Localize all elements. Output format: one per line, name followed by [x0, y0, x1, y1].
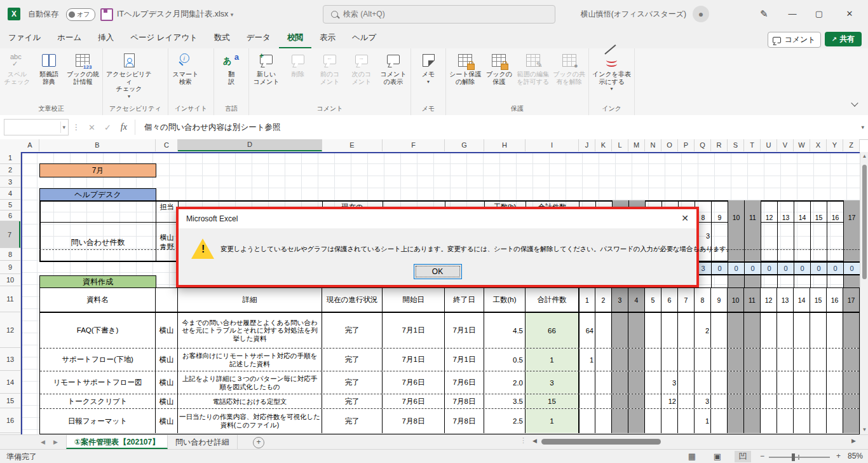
- day-15-cell[interactable]: 15: [810, 200, 827, 223]
- new-sheet-button[interactable]: +: [253, 437, 264, 448]
- day-5-cell[interactable]: [644, 349, 661, 371]
- column-header-A[interactable]: A: [21, 139, 39, 151]
- day-17-cell[interactable]: [843, 223, 860, 249]
- day-14-cell[interactable]: [793, 394, 810, 408]
- minimize-button[interactable]: —: [783, 0, 802, 28]
- day-11-cell[interactable]: 0: [744, 261, 761, 275]
- day-14-cell[interactable]: [793, 349, 810, 371]
- cell-end[interactable]: 7月1日: [444, 313, 484, 348]
- day-10-cell[interactable]: [728, 275, 744, 287]
- sheet-nav-left-icon[interactable]: ◀: [41, 435, 45, 449]
- header-tanto[interactable]: [155, 288, 177, 312]
- scroll-up-icon[interactable]: ▲: [860, 152, 868, 161]
- column-header-O[interactable]: O: [661, 139, 678, 151]
- day-13-cell[interactable]: [776, 394, 793, 408]
- zoom-slider-thumb[interactable]: [792, 453, 795, 461]
- day-12-cell[interactable]: [761, 249, 777, 261]
- cell-inquiry-count[interactable]: 問い合わせ件数: [41, 223, 155, 261]
- dialog-close-icon[interactable]: ✕: [681, 213, 689, 223]
- day-17-cell[interactable]: [843, 313, 859, 348]
- day-14-cell[interactable]: 14: [793, 288, 810, 312]
- avatar[interactable]: ●: [693, 6, 709, 22]
- cell-docs-section[interactable]: 資料作成: [39, 275, 156, 288]
- column-header-D[interactable]: D: [178, 139, 322, 151]
- row-header-2[interactable]: 2: [0, 164, 20, 176]
- column-header-T[interactable]: T: [744, 139, 761, 151]
- day-16-cell[interactable]: [827, 275, 843, 287]
- day-2-cell[interactable]: [595, 371, 611, 394]
- cell-total[interactable]: 15: [525, 394, 578, 408]
- day-5-cell[interactable]: [644, 394, 661, 408]
- share-button[interactable]: ↗ 共有: [825, 32, 862, 46]
- day-5-cell[interactable]: [644, 371, 661, 394]
- day-16-cell[interactable]: 16: [826, 288, 843, 312]
- cell-name[interactable]: 日報フォーマット: [40, 409, 155, 433]
- search-input[interactable]: 検索 (Alt+Q): [323, 5, 555, 24]
- account-area[interactable]: 横山慎悟(オフィスバスターズ) ●: [581, 0, 709, 28]
- day-14-cell[interactable]: [794, 275, 810, 287]
- row-header-1[interactable]: 1: [0, 152, 20, 164]
- day-9-cell[interactable]: [711, 275, 728, 287]
- column-header-H[interactable]: H: [484, 139, 526, 151]
- column-header-P[interactable]: P: [678, 139, 695, 151]
- cell-status[interactable]: 完了: [322, 409, 382, 433]
- sheet-tab-inactive[interactable]: 問い合わせ詳細: [168, 435, 238, 449]
- document-title[interactable]: ITヘルプデスク月間集計表.xlsx ▾: [117, 0, 233, 28]
- day-3-cell[interactable]: 3: [611, 288, 628, 312]
- day-14-cell[interactable]: [793, 409, 810, 433]
- column-header-R[interactable]: R: [711, 139, 728, 151]
- day-3-cell[interactable]: [611, 371, 628, 394]
- new-comment-button[interactable]: +新しい コメント: [250, 50, 282, 86]
- column-header-I[interactable]: I: [526, 139, 579, 151]
- day-15-cell[interactable]: 0: [810, 261, 827, 275]
- day-12-cell[interactable]: [761, 223, 777, 249]
- header-name[interactable]: 資料名: [40, 288, 155, 312]
- cell-staff[interactable]: 横山 青野: [156, 223, 177, 261]
- day-16-cell[interactable]: [826, 394, 843, 408]
- day-14-cell[interactable]: [794, 223, 810, 249]
- day-17-cell[interactable]: 17: [843, 200, 860, 223]
- day-13-cell[interactable]: [776, 349, 793, 371]
- day-13-cell[interactable]: [777, 223, 794, 249]
- day-9-cell[interactable]: 9: [711, 200, 728, 223]
- cell-start[interactable]: 7月6日: [382, 371, 444, 394]
- row-header-14[interactable]: 14: [0, 371, 20, 394]
- column-header-U[interactable]: U: [761, 139, 777, 151]
- day-12-cell[interactable]: 12: [760, 288, 776, 312]
- day-15-cell[interactable]: [810, 223, 827, 249]
- day-2-cell[interactable]: [595, 409, 611, 433]
- day-4-cell[interactable]: [628, 409, 644, 433]
- column-header-Q[interactable]: Q: [695, 139, 711, 151]
- cell-helpdesk[interactable]: ヘルプデスク: [39, 188, 156, 201]
- day-14-cell[interactable]: [793, 371, 810, 394]
- day-4-cell[interactable]: [628, 313, 644, 348]
- row-header-4[interactable]: 4: [0, 188, 20, 200]
- vertical-scrollbar[interactable]: ▲ ▼: [860, 152, 868, 434]
- day-13-cell[interactable]: [776, 313, 793, 348]
- day-2-cell[interactable]: [595, 394, 611, 408]
- day-16-cell[interactable]: [827, 249, 843, 261]
- cell-detail[interactable]: 電話応対における定型文: [177, 394, 322, 408]
- day-12-cell[interactable]: [760, 409, 776, 433]
- cell-name[interactable]: サポートフロー(下地): [40, 349, 155, 371]
- day-11-cell[interactable]: [744, 249, 761, 261]
- day-10-cell[interactable]: [727, 349, 743, 371]
- maximize-button[interactable]: ▢: [810, 0, 829, 28]
- cell-status[interactable]: 完了: [322, 371, 382, 394]
- column-header-Z[interactable]: Z: [843, 139, 860, 151]
- day-6-cell[interactable]: [661, 313, 677, 348]
- day-2-cell[interactable]: 2: [595, 288, 611, 312]
- column-header-J[interactable]: J: [579, 139, 595, 151]
- row-header-10[interactable]: 10: [0, 274, 20, 286]
- cell-end[interactable]: 7月8日: [444, 409, 484, 433]
- day-6-cell[interactable]: [661, 409, 677, 433]
- formula-bar-expand-icon[interactable]: ▾: [861, 124, 864, 130]
- column-header-N[interactable]: N: [645, 139, 661, 151]
- hide-ink-button[interactable]: インクを非表 示にする▾: [590, 50, 633, 93]
- cell-name[interactable]: トークスクリプト: [40, 394, 155, 408]
- zoom-in-icon[interactable]: +: [836, 452, 841, 460]
- cell-status[interactable]: 完了: [322, 313, 382, 348]
- day-13-cell[interactable]: [777, 275, 794, 287]
- day-7-cell[interactable]: [677, 371, 694, 394]
- day-9-cell[interactable]: 0: [711, 261, 728, 275]
